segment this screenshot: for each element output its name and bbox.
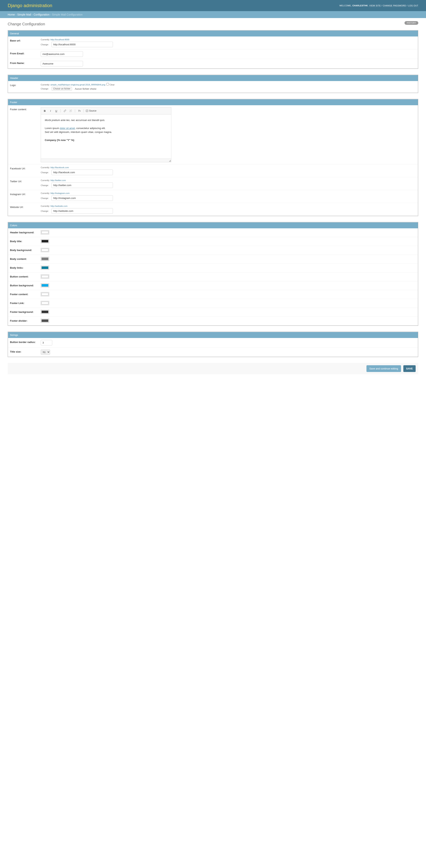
source-button[interactable]: Source xyxy=(86,110,96,112)
label-color: Footer divider: xyxy=(10,318,41,322)
color-picker[interactable] xyxy=(41,230,49,235)
save-continue-button[interactable]: Save and continue editing xyxy=(366,365,401,372)
fieldset-sizings: Sizings Button border radius: Title size… xyxy=(8,332,418,357)
row-instagram-url: Instagram Url: Currently: http://instagr… xyxy=(8,190,418,203)
from-email-input[interactable] xyxy=(41,51,83,57)
color-picker[interactable] xyxy=(41,239,49,243)
view-site-link[interactable]: VIEW SITE xyxy=(369,4,381,7)
color-picker[interactable] xyxy=(41,292,49,296)
row-from-email: From Email: xyxy=(8,49,418,59)
row-footer-content: Footer content: B I U xyxy=(8,105,418,164)
row-color: Header background: xyxy=(8,228,418,237)
label-logo: Logo: xyxy=(10,83,41,87)
rich-text-editor: B I U Tx xyxy=(41,107,171,162)
label-color: Body title: xyxy=(10,239,41,243)
title-size-select[interactable]: h1 xyxy=(41,349,50,355)
label-color: Button background: xyxy=(10,283,41,287)
breadcrumb-app[interactable]: Simple Mail xyxy=(17,13,31,16)
label-color: Header background: xyxy=(10,230,41,234)
color-picker[interactable] xyxy=(41,248,49,252)
label-website-url: Website Url: xyxy=(10,205,41,209)
breadcrumb-model[interactable]: Configuration xyxy=(34,13,50,16)
remove-format-icon[interactable]: Tx xyxy=(77,108,82,113)
base-url-input[interactable] xyxy=(52,42,113,47)
row-color: Body links: xyxy=(8,264,418,273)
row-twitter-url: Twitter Url: Currently: http://twitter.c… xyxy=(8,177,418,190)
row-base-url: Base url: Currently: http://localhost:80… xyxy=(8,36,418,49)
row-color: Footer background: xyxy=(8,308,418,317)
branding: Django administration xyxy=(8,3,52,8)
welcome-text: WELCOME, xyxy=(339,4,352,7)
color-picker[interactable] xyxy=(41,301,49,305)
bold-icon[interactable]: B xyxy=(42,108,47,113)
label-color: Body background: xyxy=(10,248,41,252)
logo-file-status: Aucun fichier choisi xyxy=(75,87,96,90)
fieldset-colors-title: Colors xyxy=(8,222,418,228)
label-title-size: Title size: xyxy=(10,349,41,353)
fieldset-header-title: Header xyxy=(8,75,418,81)
object-tools: HISTORY xyxy=(404,21,418,25)
breadcrumb: Home › Simple Mail › Configuration › Sim… xyxy=(0,11,426,18)
submit-row: Save and continue editing SAVE xyxy=(8,363,418,374)
toolbar-separator xyxy=(75,109,75,113)
label-color: Body content: xyxy=(10,257,41,260)
color-swatch xyxy=(41,311,49,313)
color-swatch xyxy=(41,249,49,251)
change-password-link[interactable]: CHANGE PASSWORD xyxy=(383,4,406,7)
color-swatch xyxy=(41,275,49,278)
fieldset-footer: Footer Footer content: B I U xyxy=(8,99,418,216)
breadcrumb-home[interactable]: Home xyxy=(8,13,15,16)
editor-toolbar: B I U Tx xyxy=(41,107,171,115)
italic-icon[interactable]: I xyxy=(48,108,53,113)
color-picker[interactable] xyxy=(41,318,49,323)
row-border-radius: Button border radius: xyxy=(8,338,418,348)
save-button[interactable]: SAVE xyxy=(403,365,416,372)
row-logo: Logo: Currently: simple_mail/fabrique-vi… xyxy=(8,81,418,93)
underline-icon[interactable]: U xyxy=(54,108,59,113)
label-base-url: Base url: xyxy=(10,38,41,42)
row-color: Footer divider: xyxy=(8,317,418,326)
color-swatch xyxy=(41,257,49,260)
instagram-current-link[interactable]: http://instagram.com xyxy=(51,192,70,194)
color-picker[interactable] xyxy=(41,257,49,261)
logout-link[interactable]: LOG OUT xyxy=(408,4,418,7)
row-color: Button background: xyxy=(8,281,418,290)
history-button[interactable]: HISTORY xyxy=(404,21,418,25)
logo-clear-checkbox[interactable] xyxy=(106,83,109,86)
editor-body[interactable]: Morbi pretium ante leo, nec accumsan est… xyxy=(41,115,171,159)
logo-current: Currently: simple_mail/fabrique-vingtcin… xyxy=(41,83,416,86)
row-color: Body content: xyxy=(8,255,418,264)
color-swatch xyxy=(41,293,49,296)
color-picker[interactable] xyxy=(41,274,49,279)
color-picker[interactable] xyxy=(41,283,49,287)
editor-resize-handle[interactable] xyxy=(41,159,171,162)
unlink-icon[interactable] xyxy=(68,108,73,113)
website-url-input[interactable] xyxy=(52,208,113,214)
border-radius-input[interactable] xyxy=(41,340,52,345)
facebook-url-input[interactable] xyxy=(52,169,113,175)
from-name-input[interactable] xyxy=(41,61,83,66)
label-color: Footer background: xyxy=(10,310,41,313)
color-swatch xyxy=(41,284,49,287)
logo-file-button[interactable]: Choisir un fichier xyxy=(52,87,72,91)
instagram-url-input[interactable] xyxy=(52,195,113,201)
facebook-current-link[interactable]: http://facebook.com xyxy=(51,166,69,168)
admin-header: Django administration WELCOME, CHARLESTH… xyxy=(0,0,426,11)
twitter-url-input[interactable] xyxy=(52,182,113,188)
label-color: Body links: xyxy=(10,266,41,269)
color-picker[interactable] xyxy=(41,310,49,314)
user-tools: WELCOME, CHARLESTHK. VIEW SITE / CHANGE … xyxy=(339,4,418,7)
base-url-current-link[interactable]: http://localhost:8000 xyxy=(51,38,69,41)
label-color: Footer Link: xyxy=(10,301,41,305)
link-icon[interactable] xyxy=(63,108,67,113)
color-picker[interactable] xyxy=(41,266,49,270)
twitter-current-link[interactable]: http://twitter.com xyxy=(51,179,66,182)
row-color: Footer content: xyxy=(8,290,418,299)
logo-current-link[interactable]: simple_mail/fabrique-vingtcinq-gmail-201… xyxy=(51,84,105,86)
editor-link[interactable]: dolor sit amet xyxy=(60,127,75,130)
website-current-link[interactable]: http://website.com xyxy=(51,205,68,207)
color-swatch xyxy=(41,231,49,234)
color-swatch xyxy=(41,302,49,304)
fieldset-colors: Colors Header background:Body title:Body… xyxy=(8,222,418,326)
base-url-current: Currently: http://localhost:8000 xyxy=(41,38,416,41)
